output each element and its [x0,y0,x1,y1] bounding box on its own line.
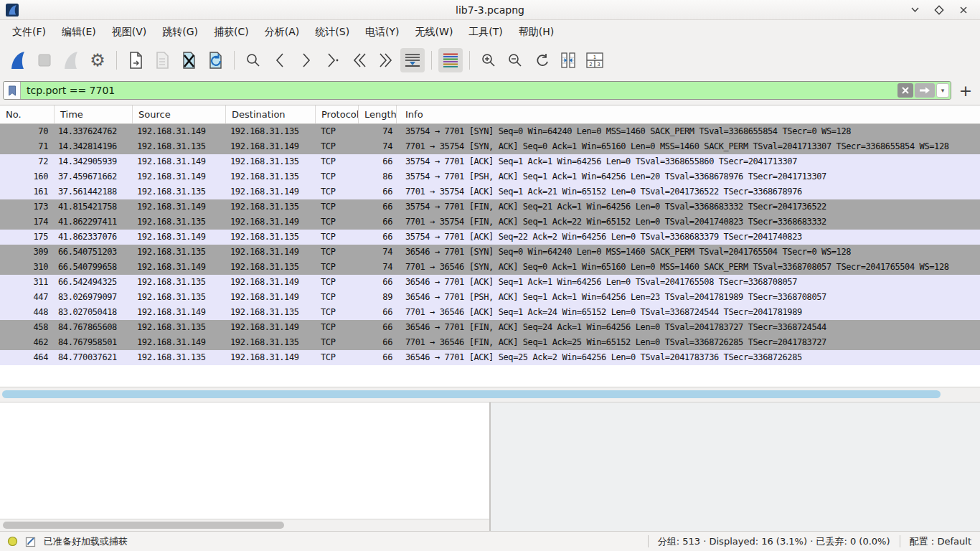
packet-row[interactable]: 31066.540799658192.168.31.149192.168.31.… [0,260,980,275]
colorize-packets-button[interactable] [438,48,463,72]
menu-item[interactable]: 编辑(E) [54,23,104,42]
packet-row[interactable]: 30966.540751203192.168.31.135192.168.31.… [0,245,980,260]
maximize-button[interactable] [933,4,946,17]
cell-len: 66 [359,184,397,199]
packet-row[interactable]: 44783.026979097192.168.31.135192.168.31.… [0,290,980,305]
packet-row[interactable]: 45884.767865608192.168.31.135192.168.31.… [0,320,980,335]
column-header[interactable]: No. [0,105,55,123]
go-forward-button[interactable] [294,48,319,72]
cell-len: 86 [359,169,397,184]
packet-row[interactable]: 7114.342814196192.168.31.135192.168.31.1… [0,139,980,154]
packet-row[interactable]: 16037.459671662192.168.31.149192.168.31.… [0,169,980,184]
menu-item[interactable]: 工具(T) [461,23,510,42]
column-header[interactable]: Protocol [316,105,359,123]
cell-time: 66.542494325 [55,275,133,290]
close-button[interactable] [957,4,970,17]
status-separator [648,535,649,547]
cell-len: 74 [359,245,397,260]
resize-columns-button[interactable] [556,48,580,72]
go-to-packet-button[interactable] [321,48,345,72]
cell-src: 192.168.31.149 [133,335,226,350]
menu-item[interactable]: 帮助(H) [511,23,562,42]
find-packet-button[interactable] [241,48,265,72]
add-filter-button[interactable]: + [958,82,973,100]
capture-options-button[interactable]: ⚙ [85,48,110,72]
packet-row[interactable]: 17541.862337076192.168.31.149192.168.31.… [0,230,980,245]
menu-item[interactable]: 分析(A) [257,23,308,42]
packet-bytes-pane[interactable] [491,402,980,531]
go-first-packet-button[interactable] [347,48,372,72]
capture-comment-icon[interactable] [25,536,37,547]
packet-row[interactable]: 46284.767958501192.168.31.149192.168.31.… [0,335,980,350]
stop-capture-button[interactable] [32,48,57,72]
menu-item[interactable]: 文件(F) [4,23,54,42]
cell-info: 7701 → 35754 [ACK] Seq=1 Ack=21 Win=6515… [397,184,980,199]
cell-len: 66 [359,230,397,245]
packet-row[interactable]: 46484.770037621192.168.31.135192.168.31.… [0,350,980,365]
column-header[interactable]: Info [397,105,980,123]
packet-row[interactable]: 7014.337624762192.168.31.149192.168.31.1… [0,124,980,139]
cell-time: 84.767865608 [55,320,133,335]
go-back-button[interactable] [268,48,292,72]
menu-item[interactable]: 统计(S) [307,23,357,42]
packet-row[interactable]: 16137.561442188192.168.31.135192.168.31.… [0,184,980,199]
restart-capture-button[interactable] [59,48,83,72]
go-last-packet-button[interactable] [374,48,398,72]
layout-chooser-button[interactable]: 123 [583,48,607,72]
title-bar: lib7-3.pcapng [0,0,980,20]
open-file-button[interactable] [123,48,148,72]
auto-scroll-button[interactable] [400,48,425,72]
menu-item[interactable]: 捕获(C) [206,23,257,42]
column-header[interactable]: Source [133,105,226,123]
cell-len: 66 [359,215,397,230]
filter-apply-button[interactable] [915,83,935,98]
close-file-button[interactable] [176,48,201,72]
expert-info-icon[interactable] [7,536,18,547]
menu-item[interactable]: 视图(V) [104,23,155,42]
profile-text[interactable]: 配置：Default [910,535,972,548]
details-hscrollbar-thumb[interactable] [3,522,284,529]
cell-no: 71 [0,139,55,154]
cell-dst: 192.168.31.149 [226,275,316,290]
display-filter-input[interactable] [21,82,896,99]
cell-proto: TCP [316,215,359,230]
hscrollbar-thumb[interactable] [2,390,941,398]
packet-row[interactable]: 7214.342905939192.168.31.149192.168.31.1… [0,154,980,169]
cell-no: 310 [0,260,55,275]
cell-no: 175 [0,230,55,245]
cell-time: 84.767958501 [55,335,133,350]
zoom-in-button[interactable] [476,48,501,72]
cell-len: 74 [359,139,397,154]
minimize-button[interactable] [908,4,921,17]
filter-bookmark-button[interactable] [4,82,21,99]
packet-stats-text: 分组: 513 · Displayed: 16 (3.1%) · 已丢弃: 0 … [658,535,890,548]
start-capture-button[interactable] [6,48,30,72]
cell-info: 36546 → 7701 [FIN, ACK] Seq=24 Ack=1 Win… [397,320,980,335]
cell-src: 192.168.31.149 [133,260,226,275]
packet-row[interactable]: 44883.027050418192.168.31.149192.168.31.… [0,305,980,320]
cell-no: 311 [0,275,55,290]
packet-row[interactable]: 17341.815421758192.168.31.149192.168.31.… [0,199,980,215]
cell-src: 192.168.31.135 [133,350,226,365]
cell-len: 66 [359,305,397,320]
zoom-reset-button[interactable] [529,48,554,72]
cell-dst: 192.168.31.135 [226,335,316,350]
filter-dropdown-button[interactable]: ▾ [936,83,949,98]
cell-dst: 192.168.31.135 [226,154,316,169]
menu-item[interactable]: 电话(Y) [357,23,407,42]
column-header[interactable]: Destination [226,105,316,123]
cell-info: 35754 → 7701 [ACK] Seq=22 Ack=2 Win=6425… [397,230,980,245]
column-header[interactable]: Time [55,105,133,123]
packet-row[interactable]: 17441.862297411192.168.31.135192.168.31.… [0,215,980,230]
menu-item[interactable]: 无线(W) [407,23,461,42]
cell-proto: TCP [316,350,359,365]
reload-file-button[interactable] [203,48,227,72]
zoom-out-button[interactable] [503,48,527,72]
filter-clear-button[interactable] [897,83,913,98]
cell-time: 66.540751203 [55,245,133,260]
packet-details-pane[interactable] [0,402,491,531]
menu-item[interactable]: 跳转(G) [154,23,206,42]
save-file-button[interactable] [150,48,174,72]
column-header[interactable]: Length [359,105,397,123]
packet-row[interactable]: 31166.542494325192.168.31.135192.168.31.… [0,275,980,290]
